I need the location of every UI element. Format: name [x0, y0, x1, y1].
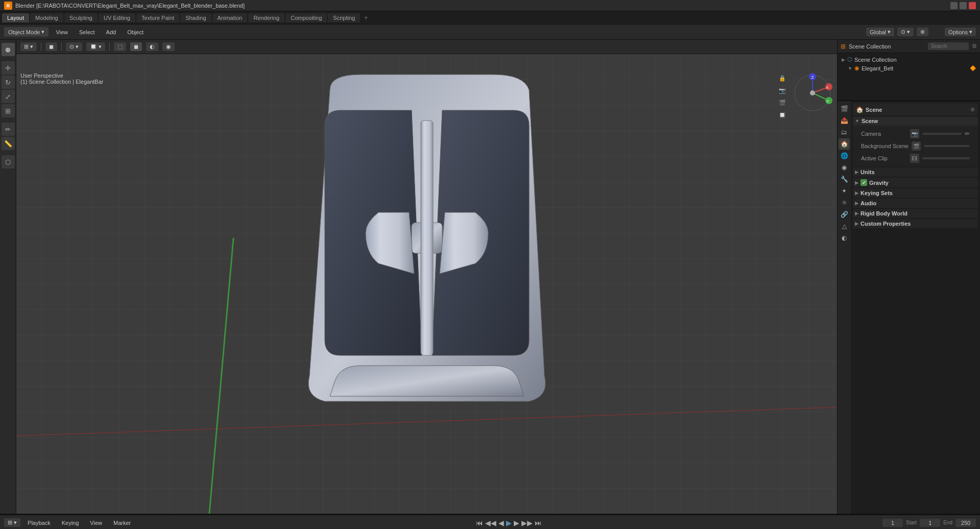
tab-rendering[interactable]: Rendering: [248, 13, 284, 22]
render-props-tab[interactable]: 🎬: [839, 103, 850, 114]
jump-start-button[interactable]: ⏮: [476, 519, 483, 527]
annotate-tool[interactable]: ✏: [2, 123, 15, 136]
viewport-editor-type[interactable]: ⊞ ▾: [20, 42, 37, 51]
object-mode-selector[interactable]: Object Mode ▾: [4, 27, 49, 37]
keying-sets-toggle[interactable]: ▶ Keying Sets: [853, 188, 978, 198]
scene-section-toggle[interactable]: ▼ Scene: [853, 116, 978, 126]
gravity-checkbox[interactable]: ✓: [861, 179, 867, 186]
add-workspace-button[interactable]: +: [361, 13, 371, 22]
camera-edit-icon[interactable]: ✏: [965, 130, 970, 137]
end-frame[interactable]: 250: [955, 519, 976, 527]
particles-props-tab[interactable]: ✦: [839, 185, 850, 197]
outliner-elegant-belt[interactable]: ▼ ◉ Elegant_Belt 🔶: [840, 64, 978, 73]
viewport[interactable]: ⊞ ▾ ◼ ⊙ ▾ 🔲 ▾ ⬚ ◼ ◐ ◉: [16, 40, 837, 514]
playback-menu[interactable]: Playback: [23, 518, 55, 527]
start-frame[interactable]: 1: [920, 519, 940, 527]
scene-section-content: Camera 📷 ✏ Background Scene 🎬: [853, 126, 978, 166]
navigation-gizmo[interactable]: X Y Z: [792, 73, 833, 113]
world-props-tab[interactable]: 🌐: [839, 150, 850, 161]
audio-toggle[interactable]: ▶ Audio: [853, 199, 978, 208]
current-frame[interactable]: 1: [882, 519, 903, 527]
play-button[interactable]: ▶: [506, 519, 512, 527]
select-menu[interactable]: Select: [75, 28, 99, 37]
object-menu[interactable]: Object: [123, 28, 148, 37]
tab-animation[interactable]: Animation: [212, 13, 248, 22]
minimize-button[interactable]: [950, 2, 958, 9]
viewport-overlay-toggle[interactable]: ⊙ ▾: [66, 42, 82, 51]
viewport-gizmo-toggle[interactable]: 🔲 ▾: [86, 42, 105, 51]
keying-menu[interactable]: Keying: [58, 518, 83, 527]
caret-icon: ▶: [842, 57, 845, 62]
prev-keyframe-button[interactable]: ◀◀: [485, 519, 496, 527]
output-props-tab[interactable]: 📤: [839, 115, 850, 126]
cursor-tool[interactable]: ⊕: [2, 43, 15, 56]
rigid-body-world-toggle[interactable]: ▶ Rigid Body World: [853, 209, 978, 218]
next-keyframe-button[interactable]: ▶▶: [521, 519, 533, 527]
view-menu[interactable]: View: [52, 28, 72, 37]
object-props-tab[interactable]: ◉: [839, 162, 850, 173]
clip-type-icon[interactable]: 🎞: [910, 154, 919, 163]
add-primitive-tool[interactable]: ⬡: [2, 155, 15, 169]
timeline-editor-type[interactable]: ⊞ ▾: [4, 518, 20, 527]
compositing-icon[interactable]: 🔲: [777, 109, 788, 121]
snap-toggle[interactable]: ⊙ ▾: [897, 28, 914, 36]
frame-counter: 1 Start 1 End 250: [882, 519, 976, 527]
viewport-shading-solid[interactable]: ◼: [45, 42, 57, 51]
tab-shading[interactable]: Shading: [180, 13, 211, 22]
marker-menu[interactable]: Marker: [109, 518, 135, 527]
tab-texture-paint[interactable]: Texture Paint: [136, 13, 179, 22]
props-options-icon[interactable]: ⚙: [970, 107, 975, 112]
data-props-tab[interactable]: △: [839, 221, 850, 232]
scale-tool[interactable]: ⤢: [2, 90, 15, 103]
camera-value[interactable]: [922, 133, 962, 135]
render-icon[interactable]: 🎬: [777, 97, 788, 108]
shading-mode-solid[interactable]: ◼: [130, 42, 142, 51]
rotate-tool[interactable]: ↻: [2, 76, 15, 89]
tab-sculpting[interactable]: Sculpting: [64, 13, 98, 22]
add-menu[interactable]: Add: [102, 28, 121, 37]
maximize-button[interactable]: [960, 2, 967, 9]
belt-buckle-svg: [299, 69, 555, 406]
transform-orientation[interactable]: Global▾: [866, 28, 894, 36]
modifier-props-tab[interactable]: 🔧: [839, 174, 850, 185]
shading-mode-rendered[interactable]: ◉: [162, 42, 175, 51]
camera-view-icon[interactable]: 📷: [777, 85, 788, 96]
viewport-canvas[interactable]: User Perspective (1) Scene Collection | …: [16, 54, 837, 514]
proportional-edit[interactable]: ⊕: [917, 28, 928, 36]
window-controls[interactable]: [950, 2, 976, 9]
measure-tool[interactable]: 📏: [2, 137, 15, 150]
prev-frame-button[interactable]: ◀: [498, 519, 504, 527]
units-section-toggle[interactable]: ▶ Units: [853, 167, 978, 177]
tab-compositing[interactable]: Compositing: [285, 13, 327, 22]
svg-rect-1: [421, 121, 433, 355]
next-frame-button[interactable]: ▶: [514, 519, 519, 527]
constraints-props-tab[interactable]: 🔗: [839, 209, 850, 220]
options-button[interactable]: Options ▾: [945, 28, 976, 36]
active-clip-value[interactable]: [922, 157, 970, 159]
tab-scripting[interactable]: Scripting: [328, 13, 360, 22]
tab-modeling[interactable]: Modeling: [30, 13, 63, 22]
shading-mode-wire[interactable]: ⬚: [114, 42, 126, 51]
custom-properties-toggle[interactable]: ▶ Custom Properties: [853, 219, 978, 228]
material-props-tab[interactable]: ◐: [839, 232, 850, 244]
outliner-filter-icon[interactable]: ⚙: [972, 43, 977, 50]
close-button[interactable]: [969, 2, 976, 9]
outliner-search[interactable]: [928, 42, 969, 50]
tab-layout[interactable]: Layout: [2, 13, 29, 22]
transform-tool[interactable]: ⊞: [2, 104, 15, 117]
move-tool[interactable]: ✛: [2, 61, 15, 75]
timeline-area: ⊞ ▾ Playback Keying View Marker ⏮ ◀◀ ◀ ▶…: [0, 514, 980, 529]
background-type-icon[interactable]: 🎬: [912, 141, 921, 151]
jump-end-button[interactable]: ⏭: [535, 519, 542, 527]
view-menu-timeline[interactable]: View: [86, 518, 106, 527]
view-layer-props-tab[interactable]: 🗂: [839, 127, 850, 138]
lock-view-icon[interactable]: 🔒: [777, 73, 788, 84]
shading-mode-material[interactable]: ◐: [146, 42, 158, 51]
scene-props-tab[interactable]: 🏠: [839, 138, 850, 150]
outliner-scene-collection[interactable]: ▶ ⬡ Scene Collection: [840, 55, 978, 64]
gravity-section-toggle[interactable]: ▶ ✓ Gravity: [853, 178, 978, 187]
physics-props-tab[interactable]: ⚛: [839, 197, 850, 208]
camera-type-icon[interactable]: 📷: [910, 129, 919, 138]
background-scene-value[interactable]: [924, 145, 970, 147]
tab-uv-editing[interactable]: UV Editing: [99, 13, 135, 22]
